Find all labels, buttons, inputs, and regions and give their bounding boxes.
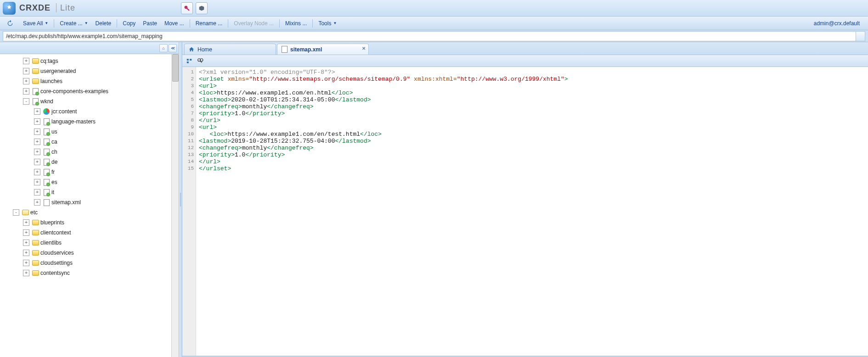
tree-toggle-icon[interactable]: -	[23, 98, 29, 105]
tree-toggle-icon[interactable]: +	[23, 270, 29, 276]
folder-icon	[32, 249, 39, 257]
tree-node[interactable]: +clientlibs	[1, 238, 179, 248]
tree-home-icon[interactable]: ⌂	[159, 44, 168, 52]
tree-label: us	[51, 128, 57, 135]
tree-toggle-icon[interactable]: +	[34, 159, 40, 165]
mixins-button[interactable]: Mixins ...	[282, 18, 310, 28]
tree-label: cq:tags	[40, 58, 58, 64]
jcr-icon	[43, 108, 50, 115]
page-icon	[43, 118, 50, 125]
tree-toggle-icon[interactable]: +	[34, 169, 40, 175]
tree-toggle-icon[interactable]: +	[23, 88, 29, 95]
tree-node[interactable]: +ch	[1, 147, 179, 157]
tree-label: ca	[51, 139, 57, 145]
scroll-thumb[interactable]	[172, 54, 179, 82]
tree-label: clientlibs	[40, 240, 62, 246]
tree-toggle-icon[interactable]: +	[23, 240, 29, 246]
tree-toggle-icon[interactable]: +	[23, 219, 29, 226]
app-header: CRXDE Lite	[0, 0, 868, 17]
tree-toggle-icon[interactable]: +	[23, 260, 29, 266]
code-editor[interactable]: 123456789101112131415 <?xml version="1.0…	[182, 67, 868, 357]
tab-sitemap-xml[interactable]: sitemap.xml✕	[277, 44, 369, 55]
tree-toggle-icon[interactable]: +	[34, 179, 40, 185]
tree-toggle-icon[interactable]: +	[23, 229, 29, 236]
package-button[interactable]	[196, 2, 208, 14]
collapse-left-icon[interactable]: ≪	[169, 44, 177, 52]
tree-node[interactable]: +core-components-examples	[1, 86, 179, 96]
separator	[312, 19, 313, 28]
tree-node[interactable]: +cloudsettings	[1, 258, 179, 268]
path-dropdown-trigger[interactable]	[856, 31, 865, 41]
tree-node[interactable]: +launches	[1, 76, 179, 86]
tree-node[interactable]: +de	[1, 157, 179, 167]
tree-node[interactable]: +fr	[1, 167, 179, 177]
tree-toggle-icon[interactable]: +	[23, 250, 29, 256]
copy-button[interactable]: Copy	[119, 18, 139, 28]
page-icon	[43, 168, 50, 176]
tree-node[interactable]: -etc	[1, 207, 179, 218]
find-icon[interactable]	[196, 57, 204, 65]
tree-toggle-icon[interactable]: +	[23, 58, 29, 64]
tree-node[interactable]: +clientcontext	[1, 228, 179, 238]
tab-label: Home	[197, 46, 212, 53]
tree-toolbar: ⌂ ≪	[0, 42, 179, 54]
move-button[interactable]: Move ...	[161, 18, 188, 28]
folder-open-icon	[22, 209, 29, 216]
tree-toggle-icon[interactable]: +	[34, 128, 40, 135]
tools-button[interactable]	[181, 2, 193, 14]
tree-toggle-icon[interactable]: +	[34, 139, 40, 145]
folder-icon	[32, 239, 39, 246]
tools-menu[interactable]: Tools▼	[315, 18, 340, 28]
user-info[interactable]: admin@crx.default	[814, 20, 865, 27]
tree-toggle-icon[interactable]: -	[13, 209, 19, 216]
separator	[117, 19, 117, 28]
tree-node[interactable]: +ca	[1, 137, 179, 147]
tree-node[interactable]: +it	[1, 187, 179, 197]
tree-node[interactable]: +cloudservices	[1, 248, 179, 258]
tree-toggle-icon[interactable]: +	[34, 118, 40, 125]
tree-toggle-icon[interactable]: +	[34, 108, 40, 115]
svg-rect-2	[187, 61, 189, 63]
tree-toggle-icon[interactable]: +	[34, 189, 40, 195]
tree-label: blueprints	[40, 219, 64, 226]
tree-label: sitemap.xml	[51, 199, 81, 206]
tree-toggle-icon[interactable]: +	[34, 149, 40, 155]
folder-icon	[32, 78, 39, 85]
separator	[190, 19, 190, 28]
refresh-button[interactable]	[3, 18, 19, 28]
tree-node[interactable]: +us	[1, 127, 179, 137]
tree-view[interactable]: +cq:tags+usergenerated+launches+core-com…	[0, 54, 179, 357]
tree-toggle-icon[interactable]: +	[34, 199, 40, 206]
create-button[interactable]: Create ...▼	[56, 18, 91, 28]
delete-button[interactable]: Delete	[92, 18, 115, 28]
tab-home[interactable]: Home	[184, 44, 276, 55]
line-gutter: 123456789101112131415	[182, 67, 196, 356]
tree-node[interactable]: +blueprints	[1, 218, 179, 228]
tree-node[interactable]: +usergenerated	[1, 66, 179, 76]
tree-node[interactable]: +sitemap.xml	[1, 197, 179, 207]
rename-button[interactable]: Rename ...	[192, 18, 226, 28]
tree-node[interactable]: +contentsync	[1, 268, 179, 278]
path-input[interactable]	[3, 31, 856, 41]
editor-structure-icon[interactable]	[185, 57, 193, 65]
tab-label: sitemap.xml	[290, 46, 322, 53]
tree-node[interactable]: +es	[1, 177, 179, 187]
page-icon	[32, 88, 39, 95]
save-all-button[interactable]: Save All▼	[19, 18, 52, 28]
tree-scrollbar[interactable]	[171, 54, 179, 357]
tree-node[interactable]: +cq:tags	[1, 56, 179, 66]
close-icon[interactable]: ✕	[361, 45, 366, 51]
tree-toggle-icon[interactable]: +	[23, 68, 29, 74]
page-icon	[43, 189, 50, 196]
tree-label: etc	[30, 209, 38, 216]
tree-toggle-icon[interactable]: +	[23, 78, 29, 84]
tree-node[interactable]: -wknd	[1, 96, 179, 106]
code-content[interactable]: <?xml version="1.0" encoding="UTF-8"?><u…	[196, 67, 868, 356]
tree-node[interactable]: +language-masters	[1, 117, 179, 127]
tree-label: core-components-examples	[40, 88, 108, 95]
page-icon	[43, 138, 50, 145]
tree-label: cloudsettings	[40, 260, 73, 266]
paste-button[interactable]: Paste	[139, 18, 161, 28]
tree-label: fr	[51, 169, 55, 175]
tree-node[interactable]: +jcr:content	[1, 106, 179, 117]
